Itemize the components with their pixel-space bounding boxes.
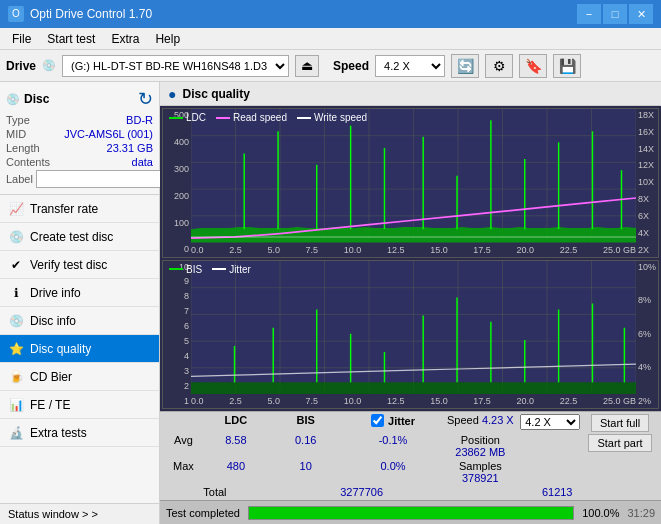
- y-label: 2X: [638, 246, 649, 255]
- write-speed-legend-item: Write speed: [297, 112, 367, 123]
- speed-value: 4.23 X: [482, 414, 514, 426]
- read-speed-legend-text: Read speed: [233, 112, 287, 123]
- jitter-checkbox[interactable]: [371, 414, 384, 427]
- y-label: 4X: [638, 229, 649, 238]
- verify-test-disc-icon: ✔: [8, 257, 24, 273]
- drive-select[interactable]: (G:) HL-DT-ST BD-RE WH16NS48 1.D3: [62, 55, 289, 77]
- y-label: 5: [184, 337, 189, 346]
- jitter-legend-item: Jitter: [212, 264, 251, 275]
- maximize-button[interactable]: □: [603, 4, 627, 24]
- menu-start-test[interactable]: Start test: [39, 30, 103, 48]
- disc-contents-row: Contents data: [6, 156, 153, 168]
- sidebar-item-disc-info[interactable]: 💿 Disc info: [0, 307, 159, 335]
- minimize-button[interactable]: −: [577, 4, 601, 24]
- disc-contents-val: data: [132, 156, 153, 168]
- y-label: 200: [174, 192, 189, 201]
- eject-button[interactable]: ⏏: [295, 55, 319, 77]
- total-ldc-val: 3277706: [340, 486, 383, 498]
- bis-chart-area: BIS Jitter 10 9 8 7 6 5: [163, 261, 658, 409]
- disc-label-key: Label: [6, 173, 33, 185]
- x-label: 7.5: [306, 245, 319, 255]
- y-label: 10X: [638, 178, 654, 187]
- disc-info-icon: 💿: [8, 313, 24, 329]
- start-full-button[interactable]: Start full: [591, 414, 649, 432]
- avg-empty-col: [515, 434, 585, 458]
- sidebar-item-verify-test-disc[interactable]: ✔ Verify test disc: [0, 251, 159, 279]
- menu-file[interactable]: File: [4, 30, 39, 48]
- disc-mid-key: MID: [6, 128, 26, 140]
- disc-mid-row: MID JVC-AMS6L (001): [6, 128, 153, 140]
- speed-select[interactable]: 4.2 X: [375, 55, 445, 77]
- ldc-legend-item: LDC: [169, 112, 206, 123]
- main-content: ● Disc quality LDC Read speed: [160, 82, 661, 524]
- x-label: 17.5: [473, 245, 491, 255]
- avg-position-col: Position 23862 MB: [445, 434, 515, 458]
- save-button[interactable]: 💾: [553, 54, 581, 78]
- y-label: 10%: [638, 263, 656, 272]
- close-button[interactable]: ✕: [629, 4, 653, 24]
- sidebar-item-label: Verify test disc: [30, 258, 107, 272]
- ldc-chart-canvas: [191, 109, 636, 243]
- max-ldc-col: 480: [201, 460, 271, 484]
- total-ldc-col: 3277706: [264, 486, 460, 498]
- start-part-button[interactable]: Start part: [588, 434, 651, 452]
- drive-bar: Drive 💿 (G:) HL-DT-ST BD-RE WH16NS48 1.D…: [0, 50, 661, 82]
- transfer-rate-icon: 📈: [8, 201, 24, 217]
- refresh-button[interactable]: 🔄: [451, 54, 479, 78]
- sidebar-item-label: CD Bier: [30, 370, 72, 384]
- sidebar-item-extra-tests[interactable]: 🔬 Extra tests: [0, 419, 159, 447]
- y-label: 8X: [638, 195, 649, 204]
- menu-help[interactable]: Help: [147, 30, 188, 48]
- disc-length-row: Length 23.31 GB: [6, 142, 153, 154]
- ldc-legend: LDC Read speed Write speed: [169, 112, 367, 123]
- disc-label-input[interactable]: [36, 170, 169, 188]
- settings-button[interactable]: ⚙: [485, 54, 513, 78]
- extra-tests-icon: 🔬: [8, 425, 24, 441]
- bookmark-button[interactable]: 🔖: [519, 54, 547, 78]
- avg-jitter-col: -0.1%: [341, 434, 446, 458]
- x-label: 10.0: [344, 245, 362, 255]
- max-jitter-val: 0.0%: [380, 460, 405, 472]
- sidebar-item-disc-quality[interactable]: ⭐ Disc quality: [0, 335, 159, 363]
- main-layout: 💿 Disc ↻ Type BD-R MID JVC-AMS6L (001) L…: [0, 82, 661, 524]
- x-label: 15.0: [430, 396, 448, 406]
- disc-type-val: BD-R: [126, 114, 153, 126]
- bis-legend-item: BIS: [169, 264, 202, 275]
- y-label: 2%: [638, 397, 651, 406]
- write-speed-legend-text: Write speed: [314, 112, 367, 123]
- charts-container: LDC Read speed Write speed 500: [160, 106, 661, 411]
- sidebar-item-fe-te[interactable]: 📊 FE / TE: [0, 391, 159, 419]
- menu-extra[interactable]: Extra: [103, 30, 147, 48]
- sidebar-item-create-test-disc[interactable]: 💿 Create test disc: [0, 223, 159, 251]
- total-bis-col: 61213: [459, 486, 655, 498]
- y-label: 18X: [638, 111, 654, 120]
- sidebar-item-label: Disc quality: [30, 342, 91, 356]
- sidebar: 💿 Disc ↻ Type BD-R MID JVC-AMS6L (001) L…: [0, 82, 160, 524]
- stats-speed-select[interactable]: 4.2 X: [520, 414, 580, 430]
- disc-type-row: Type BD-R: [6, 114, 153, 126]
- y-label: 4%: [638, 363, 651, 372]
- x-label: 12.5: [387, 245, 405, 255]
- bis-legend: BIS Jitter: [169, 264, 251, 275]
- stats-bottom-bar: LDC BIS Jitter Speed 4.23 X: [160, 411, 661, 500]
- disc-label-row: Label ⭐: [6, 170, 153, 188]
- sidebar-item-transfer-rate[interactable]: 📈 Transfer rate: [0, 195, 159, 223]
- samples-label: Samples: [459, 460, 502, 472]
- stats-max-row: Max 480 10 0.0% Samples 378921: [166, 460, 655, 484]
- status-text: Test completed: [166, 507, 240, 519]
- disc-contents-key: Contents: [6, 156, 50, 168]
- sidebar-item-label: Extra tests: [30, 426, 87, 440]
- x-label: 12.5: [387, 396, 405, 406]
- status-window[interactable]: Status window > >: [0, 503, 159, 524]
- menu-bar: File Start test Extra Help: [0, 28, 661, 50]
- x-label: 10.0: [344, 396, 362, 406]
- bis-chart-svg: [191, 261, 636, 395]
- disc-quality-header-icon: ●: [168, 86, 176, 102]
- x-label: 0.0: [191, 245, 204, 255]
- sidebar-item-cd-bier[interactable]: 🍺 CD Bier: [0, 363, 159, 391]
- sidebar-item-drive-info[interactable]: ℹ Drive info: [0, 279, 159, 307]
- max-label-col: Max: [166, 460, 201, 484]
- y-label: 300: [174, 165, 189, 174]
- y-label: 4: [184, 352, 189, 361]
- stats-header-row: LDC BIS Jitter Speed 4.23 X: [166, 414, 655, 432]
